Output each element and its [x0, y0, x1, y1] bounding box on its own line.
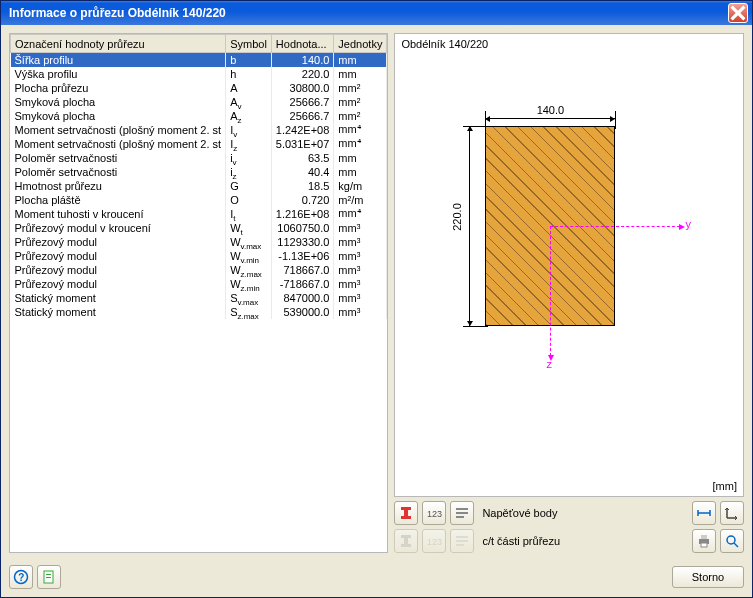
table-row[interactable]: Průřezový modulWy,max1129330.0mm³	[11, 235, 387, 249]
dimension-button[interactable]	[692, 501, 716, 525]
table-row[interactable]: Poloměr setrvačnostiiz40.4mm	[11, 165, 387, 179]
dimension-icon	[696, 505, 712, 521]
cell-value: 1.216E+08	[271, 207, 334, 221]
cell-value: 847000.0	[271, 291, 334, 305]
cell-label: Smyková plocha	[11, 95, 226, 109]
help-icon: ?	[13, 569, 29, 585]
cell-symbol: iy	[226, 151, 272, 165]
table-row[interactable]: Šířka profilub140.0mm	[11, 53, 387, 67]
cell-label: Průřezový modul	[11, 277, 226, 291]
cell-symbol: Ay	[226, 95, 272, 109]
cell-value: 1129330.0	[271, 235, 334, 249]
svg-rect-7	[456, 544, 464, 546]
dialog-footer: ? Storno	[1, 561, 752, 597]
preview-units: [mm]	[713, 480, 737, 492]
cell-symbol: Wt	[226, 221, 272, 235]
cell-label: Plocha pláště	[11, 193, 226, 207]
table-row[interactable]: Výška profiluh220.0mm	[11, 67, 387, 81]
col-header-label[interactable]: Označení hodnoty průřezu	[11, 35, 226, 53]
cell-symbol: Iz	[226, 137, 272, 151]
table-row[interactable]: Průřezový modulWz,min-718667.0mm³	[11, 277, 387, 291]
table-row[interactable]: Moment setrvačnosti (plošný moment 2. st…	[11, 123, 387, 137]
dim-height-ext-bottom	[463, 326, 488, 327]
cell-value: -1.13E+06	[271, 249, 334, 263]
cancel-button[interactable]: Storno	[672, 566, 744, 588]
stress-points-label: Napěťové body	[478, 507, 688, 519]
cell-label: Průřezový modul	[11, 235, 226, 249]
table-row[interactable]: Průřezový modul v krouceníWt1060750.0mm³	[11, 221, 387, 235]
col-header-value[interactable]: Hodnota...	[271, 35, 334, 53]
svg-rect-16	[46, 577, 51, 578]
cell-value: 63.5	[271, 151, 334, 165]
titlebar: Informace o průřezu Obdélník 140/220	[1, 1, 752, 25]
cell-label: Moment setrvačnosti (plošný moment 2. st	[11, 137, 226, 151]
table-row[interactable]: Poloměr setrvačnostiiy63.5mm	[11, 151, 387, 165]
cell-symbol: O	[226, 193, 272, 207]
cell-unit: mm³	[334, 263, 387, 277]
cell-symbol: Az	[226, 109, 272, 123]
list-values-icon	[454, 505, 470, 521]
table-row[interactable]: Průřezový modulWy,min-1.13E+06mm³	[11, 249, 387, 263]
cell-symbol: Wy,max	[226, 235, 272, 249]
table-row[interactable]: Plocha průřezuA30800.0mm²	[11, 81, 387, 95]
cell-value: 5.031E+07	[271, 137, 334, 151]
table-row[interactable]: Statický momentSy,max847000.0mm³	[11, 291, 387, 305]
cell-label: Poloměr setrvačnosti	[11, 165, 226, 179]
table-row[interactable]: Smyková plochaAy25666.7mm²	[11, 95, 387, 109]
numbers-button[interactable]: 123	[422, 501, 446, 525]
details-button[interactable]	[37, 565, 61, 589]
svg-rect-15	[46, 574, 51, 575]
cell-label: Šířka profilu	[11, 53, 226, 67]
table-row[interactable]: Moment setrvačnosti (plošný moment 2. st…	[11, 137, 387, 151]
section-h-grey-icon	[398, 533, 414, 549]
print-button[interactable]	[692, 529, 716, 553]
table-row[interactable]: Plocha pláštěO0.720m²/m	[11, 193, 387, 207]
table-row[interactable]: Moment tuhosti v krouceníIt1.216E+08mm⁴	[11, 207, 387, 221]
table-row[interactable]: Průřezový modulWz,max718667.0mm³	[11, 263, 387, 277]
ct-parts-label: c/t části průřezu	[478, 535, 688, 547]
table-row[interactable]: Smyková plochaAz25666.7mm²	[11, 109, 387, 123]
table-row[interactable]: Statický momentSz,max539000.0mm³	[11, 305, 387, 319]
dim-width-line	[485, 118, 615, 119]
cell-unit: mm³	[334, 235, 387, 249]
cell-label: Statický moment	[11, 305, 226, 319]
table-header-row: Označení hodnoty průřezu Symbol Hodnota.…	[11, 35, 387, 53]
svg-text:123: 123	[427, 537, 442, 547]
cell-symbol: iz	[226, 165, 272, 179]
help-button[interactable]: ?	[9, 565, 33, 589]
values-button[interactable]	[450, 501, 474, 525]
preview-title: Obdélník 140/220	[401, 38, 488, 50]
toolstrip-row-2: 123 c/t části průřezu	[394, 529, 744, 553]
cell-unit: mm	[334, 151, 387, 165]
cell-unit: mm⁴	[334, 123, 387, 137]
cell-unit: mm⁴	[334, 137, 387, 151]
printer-icon	[696, 533, 712, 549]
cell-symbol: It	[226, 207, 272, 221]
stress-points-button[interactable]	[394, 501, 418, 525]
svg-rect-5	[456, 536, 468, 538]
preview-canvas: Obdélník 140/220 [mm] 140.0 220.0 y z	[394, 33, 744, 497]
cell-value: 25666.7	[271, 95, 334, 109]
axis-z	[550, 226, 551, 356]
close-icon	[730, 5, 746, 21]
cell-label: Plocha průřezu	[11, 81, 226, 95]
drawing-area: 140.0 220.0 y z	[395, 56, 743, 476]
table-row[interactable]: Hmotnost průřezuG18.5kg/m	[11, 179, 387, 193]
cell-label: Moment tuhosti v kroucení	[11, 207, 226, 221]
toolstrip-row-1: 123 Napěťové body	[394, 501, 744, 525]
col-header-symbol[interactable]: Symbol	[226, 35, 272, 53]
col-header-units[interactable]: Jednotky	[334, 35, 387, 53]
cell-value: 140.0	[271, 53, 334, 67]
cell-symbol: G	[226, 179, 272, 193]
cell-value: -718667.0	[271, 277, 334, 291]
cell-unit: mm²	[334, 109, 387, 123]
cell-label: Výška profilu	[11, 67, 226, 81]
zoom-button[interactable]	[720, 529, 744, 553]
ct-numbers-button: 123	[422, 529, 446, 553]
axes-button[interactable]	[720, 501, 744, 525]
svg-rect-6	[456, 540, 468, 542]
numbers-grey-icon: 123	[426, 533, 442, 549]
close-button[interactable]	[728, 3, 748, 23]
cell-value: 718667.0	[271, 263, 334, 277]
cell-value: 40.4	[271, 165, 334, 179]
